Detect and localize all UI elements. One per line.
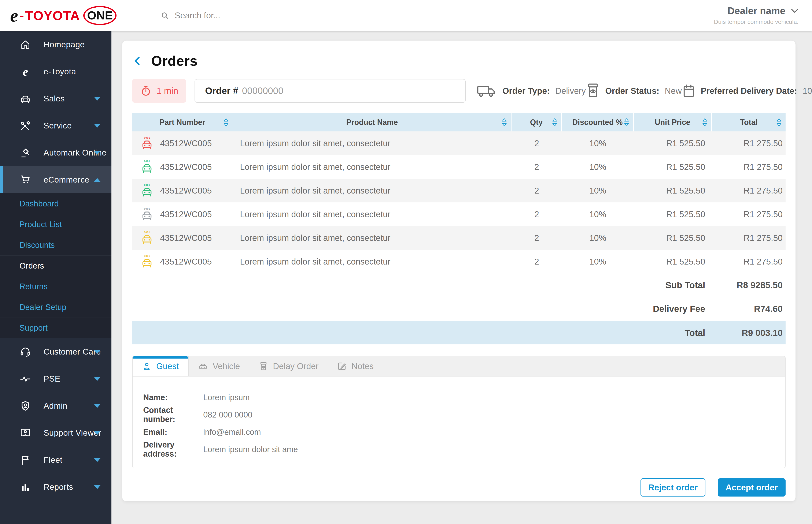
sidebar-subitem[interactable]: Support (0, 317, 111, 338)
order-number-field[interactable]: Order # 00000000 (194, 79, 466, 103)
order-number-label: Order # (205, 85, 238, 96)
logo-one: ONE (83, 6, 116, 25)
sidebar-subitem[interactable]: Dealer Setup (0, 297, 111, 317)
column-header-product-name[interactable]: Product Name (233, 113, 511, 131)
product-name: Lorem ipsum dolor sit amet, consectetur (233, 233, 511, 243)
sidebar-subitem[interactable]: Product List (0, 214, 111, 235)
parts-box-icon (586, 82, 600, 100)
person-icon (142, 361, 152, 371)
reject-order-button[interactable]: Reject order (640, 478, 705, 496)
part-number: 43512WC005 (160, 210, 212, 219)
stopwatch-icon (140, 85, 152, 97)
sidebar-subitem[interactable]: Orders (0, 256, 111, 276)
chevron-down-icon (791, 8, 798, 13)
sidebar-item-sales[interactable]: Sales (0, 85, 111, 112)
tab-vehicle[interactable]: Vehicle (189, 356, 249, 376)
sidebar-item-support-viewer[interactable]: Support Viewer (0, 420, 111, 446)
vehicle-status-icon: 0001 (140, 207, 154, 222)
header-divider (153, 9, 153, 22)
svg-text:0001: 0001 (144, 207, 150, 210)
sort-icon[interactable] (624, 118, 629, 127)
table-row[interactable]: 0001 43512WC005 Lorem ipsum dolor sit am… (132, 179, 785, 202)
product-name: Lorem ipsum dolor sit amet, consectetur (233, 257, 511, 266)
part-number: 43512WC005 (160, 257, 212, 266)
orders-card: Orders 1 min Order # 00000000 Order Type… (122, 40, 796, 501)
app-logo: e-TOYOTA ONE (10, 0, 116, 31)
sort-icon[interactable] (552, 118, 557, 127)
table-row[interactable]: 0001 43512WC005 Lorem ipsum dolor sit am… (132, 202, 785, 226)
sidebar-item-e-toyota[interactable]: e e-Toyota (0, 58, 111, 85)
sidebar-item-fleet[interactable]: Fleet (0, 446, 111, 474)
order-items-table: Part Number Product Name Qty Discounted … (132, 113, 785, 344)
top-bar: e-TOYOTA ONE Dealer name Duis tempor com… (0, 0, 812, 31)
table-row[interactable]: 0001 43512WC005 Lorem ipsum dolor sit am… (132, 226, 785, 250)
unit-price: R1 525.50 (634, 162, 712, 172)
discount-percent: 10% (562, 186, 634, 195)
discount-percent: 10% (562, 138, 634, 148)
sidebar-item-homepage[interactable]: Homepage (0, 31, 111, 58)
guest-field-row: Delivery address: Lorem ipsum dolor sit … (143, 441, 775, 458)
delivery-date-value: 10/06/2023 (803, 86, 812, 96)
car-icon (19, 93, 31, 104)
back-button[interactable] (132, 55, 143, 67)
sort-icon[interactable] (501, 118, 507, 127)
line-total: R1 275.50 (712, 162, 785, 172)
order-status-label: Order Status: (605, 86, 659, 96)
column-header-total[interactable]: Total (712, 113, 785, 131)
flag-icon (19, 454, 31, 466)
global-search (153, 0, 302, 31)
line-total: R1 275.50 (712, 138, 785, 148)
sort-icon[interactable] (223, 118, 229, 127)
note-edit-icon (337, 361, 347, 371)
line-total: R1 275.50 (712, 233, 785, 243)
sidebar-item-reports[interactable]: Reports (0, 474, 111, 501)
tab-notes[interactable]: Notes (328, 356, 383, 376)
unit-price: R1 525.50 (634, 210, 712, 219)
sidebar-subitem[interactable]: Returns (0, 276, 111, 297)
sidebar-item-service[interactable]: Service (0, 112, 111, 139)
part-number: 43512WC005 (160, 162, 212, 172)
part-number: 43512WC005 (160, 138, 212, 148)
vehicle-status-icon: 0001 (140, 254, 154, 269)
sidebar-item-ecommerce[interactable]: eCommerce (0, 166, 111, 193)
chevron-down-icon (94, 97, 100, 101)
accept-order-button[interactable]: Accept order (718, 478, 785, 496)
home-icon (19, 39, 31, 50)
page-title-row: Orders (132, 52, 785, 69)
details-tabs-box: Guest Vehicle Delay Order Notes Name: Lo… (132, 356, 785, 468)
discount-percent: 10% (562, 233, 634, 243)
sidebar-subitem[interactable]: Discounts (0, 235, 111, 256)
table-row[interactable]: 0001 43512WC005 Lorem ipsum dolor sit am… (132, 250, 785, 274)
e-toyota-icon: e (19, 66, 31, 78)
tab-bar: Guest Vehicle Delay Order Notes (132, 356, 785, 377)
search-input[interactable] (175, 11, 302, 20)
guest-field-label: Email: (143, 428, 203, 437)
logo-dash: - (20, 8, 24, 23)
line-total: R1 275.50 (712, 257, 785, 266)
column-header-unit-price[interactable]: Unit Price (634, 113, 712, 131)
column-header-discounted[interactable]: Discounted % (562, 113, 634, 131)
table-row[interactable]: 0001 43512WC005 Lorem ipsum dolor sit am… (132, 131, 785, 155)
qty: 2 (511, 162, 562, 172)
chevron-down-icon (94, 404, 100, 408)
sidebar-item-pse[interactable]: PSE (0, 365, 111, 392)
column-header-part-number[interactable]: Part Number (132, 113, 233, 131)
tab-guest[interactable]: Guest (132, 356, 189, 376)
sort-icon[interactable] (702, 118, 707, 127)
tab-delay-order[interactable]: Delay Order (249, 356, 328, 376)
qty: 2 (511, 138, 562, 148)
sidebar-item-customer-care[interactable]: Customer Care (0, 338, 111, 365)
table-row[interactable]: 0001 43512WC005 Lorem ipsum dolor sit am… (132, 155, 785, 179)
delay-box-icon (259, 361, 268, 371)
sidebar-item-admin[interactable]: Admin (0, 392, 111, 420)
dealer-menu[interactable]: Dealer name Duis tempor commodo vehicula… (714, 5, 798, 26)
sort-icon[interactable] (776, 118, 782, 127)
column-header-qty[interactable]: Qty (511, 113, 562, 131)
qty: 2 (511, 233, 562, 243)
guest-field-label: Contact number: (143, 406, 203, 424)
vehicle-status-icon: 0001 (140, 183, 154, 198)
part-number: 43512WC005 (160, 233, 212, 243)
sidebar-item-automark-online[interactable]: Automark Online (0, 139, 111, 166)
guest-field-value: 082 000 0000 (203, 410, 252, 420)
sidebar-subitem[interactable]: Dashboard (0, 193, 111, 214)
